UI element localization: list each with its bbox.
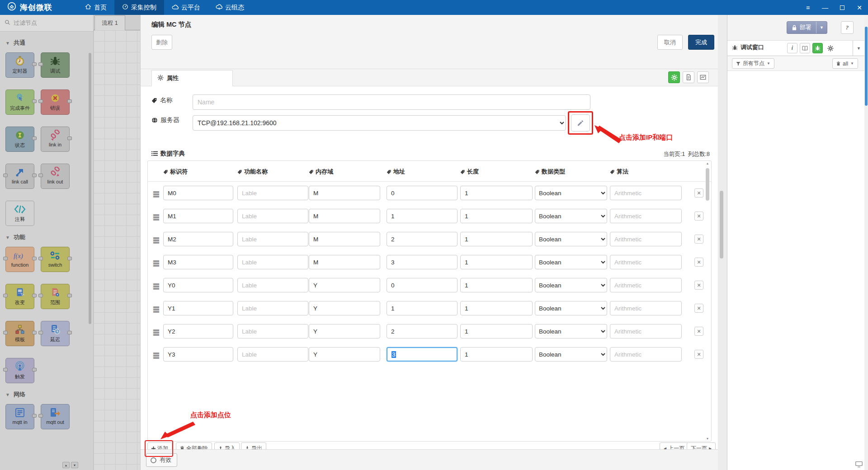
node-output-port[interactable] [67, 99, 72, 103]
palette-node-trigger[interactable]: 触发 [5, 358, 34, 383]
identifier-input[interactable] [163, 186, 233, 200]
palette-section-2[interactable]: ▼网络 [0, 383, 93, 399]
function-name-input[interactable] [237, 347, 308, 362]
description-button[interactable] [683, 71, 694, 83]
node-input-port[interactable] [38, 331, 43, 334]
palette-node-complete[interactable]: 完成事件 [5, 89, 34, 115]
node-output-port[interactable] [32, 294, 37, 297]
palette-node-change[interactable]: 改变 [5, 284, 34, 309]
palette-node-delay[interactable]: 延迟 [41, 321, 70, 346]
length-input[interactable] [460, 324, 533, 338]
length-input[interactable] [460, 255, 533, 269]
address-input[interactable] [387, 186, 458, 200]
node-input-port[interactable] [3, 331, 8, 334]
algorithm-input[interactable] [610, 324, 682, 338]
address-input[interactable]: 3 [387, 347, 458, 362]
memory-domain-input[interactable] [309, 209, 380, 223]
identifier-input[interactable] [163, 209, 233, 223]
tab-properties[interactable]: 属性 [151, 70, 233, 86]
palette-section-0[interactable]: ▼共通 [0, 32, 93, 47]
drag-handle-icon[interactable]: ▬▬▬ [153, 190, 160, 197]
delete-row-button[interactable]: ✕ [694, 350, 703, 359]
drag-handle-icon[interactable]: ▬▬▬ [153, 213, 160, 220]
datatype-select[interactable]: Boolean [535, 209, 607, 223]
delete-row-button[interactable]: ✕ [694, 235, 703, 244]
datatype-select[interactable]: Boolean [535, 301, 607, 315]
node-output-port[interactable] [32, 414, 37, 418]
sidebar-settings-button[interactable] [825, 43, 835, 53]
node-input-port[interactable] [3, 368, 8, 371]
function-name-input[interactable] [237, 186, 308, 200]
node-output-port[interactable] [67, 294, 72, 297]
delete-row-button[interactable]: ✕ [694, 188, 703, 197]
maximize-icon[interactable] [834, 0, 851, 15]
table-scroll-thumb[interactable] [706, 168, 709, 201]
memory-domain-input[interactable] [309, 232, 380, 246]
node-output-port[interactable] [32, 257, 37, 260]
identifier-input[interactable] [163, 255, 233, 269]
algorithm-input[interactable] [610, 232, 682, 246]
done-button[interactable]: 完成 [688, 35, 714, 50]
algorithm-input[interactable] [610, 301, 682, 315]
palette-node-link-call[interactable]: link call [5, 164, 34, 189]
memory-domain-input[interactable] [309, 278, 380, 292]
palette-node-catch-error[interactable]: 错误 [41, 89, 70, 115]
node-input-port[interactable] [38, 257, 43, 260]
drag-handle-icon[interactable]: ▬▬▬ [153, 236, 160, 243]
node-output-port[interactable] [32, 331, 37, 334]
datatype-select[interactable]: Boolean [535, 255, 607, 269]
datatype-select[interactable]: Boolean [535, 232, 607, 246]
palette-node-range[interactable]: 范围 [41, 284, 70, 309]
address-input[interactable] [387, 255, 458, 269]
length-input[interactable] [460, 209, 533, 223]
close-icon[interactable]: ✕ [851, 0, 868, 15]
node-input-port[interactable] [38, 62, 43, 66]
identifier-input[interactable] [163, 324, 233, 338]
flow-tab[interactable]: 流程 1 [94, 15, 125, 30]
identifier-input[interactable] [163, 232, 233, 246]
datatype-select[interactable]: Boolean [535, 278, 607, 292]
palette-node-timer[interactable]: 定时器 [5, 52, 34, 78]
algorithm-input[interactable] [610, 255, 682, 269]
identifier-input[interactable] [163, 347, 233, 362]
node-output-port[interactable] [32, 368, 37, 371]
node-output-port[interactable] [32, 62, 37, 66]
flow-canvas[interactable]: 流程 1 [94, 15, 140, 470]
node-output-port[interactable] [32, 99, 37, 103]
drag-handle-icon[interactable]: ▬▬▬ [153, 305, 160, 312]
dialog-scroll-thumb[interactable] [720, 191, 723, 258]
delete-row-button[interactable]: ✕ [694, 327, 703, 336]
window-scroll-thumb[interactable] [865, 27, 868, 106]
node-output-port[interactable] [67, 136, 72, 140]
memory-domain-input[interactable] [309, 301, 380, 315]
function-name-input[interactable] [237, 278, 308, 292]
nav-item-2[interactable]: 云平台 [164, 0, 208, 15]
length-input[interactable] [460, 278, 533, 292]
algorithm-input[interactable] [610, 209, 682, 223]
appearance-button[interactable] [697, 71, 709, 83]
function-name-input[interactable] [237, 209, 308, 223]
memory-domain-input[interactable] [309, 324, 380, 338]
delete-row-button[interactable]: ✕ [694, 281, 703, 290]
node-settings-button[interactable] [668, 71, 680, 83]
tab-debug-window[interactable]: 调试窗口 [732, 43, 764, 52]
function-name-input[interactable] [237, 255, 308, 269]
drag-handle-icon[interactable]: ▬▬▬ [153, 351, 160, 358]
palette-node-function[interactable]: f(x)function [5, 247, 34, 272]
palette-scroll-down-icon[interactable]: ▼ [71, 462, 78, 468]
function-name-input[interactable] [237, 232, 308, 246]
node-input-port[interactable] [3, 174, 8, 177]
delete-row-button[interactable]: ✕ [694, 304, 703, 313]
name-input[interactable] [193, 94, 590, 110]
length-input[interactable] [460, 186, 533, 200]
table-scrollbar[interactable]: ▲ ▼ [705, 162, 710, 440]
cancel-button[interactable]: 取消 [657, 35, 683, 50]
node-input-port[interactable] [3, 294, 8, 297]
server-select[interactable]: TCP@192.168.21.102:9600 [193, 115, 566, 131]
palette-node-link-in[interactable]: link in [41, 127, 70, 152]
node-enabled-toggle[interactable]: 有效 [146, 453, 177, 467]
node-input-port[interactable] [38, 294, 43, 297]
nav-item-1[interactable]: 采集控制 [114, 0, 164, 15]
node-output-port[interactable] [32, 136, 37, 140]
minimize-icon[interactable]: — [816, 0, 834, 15]
